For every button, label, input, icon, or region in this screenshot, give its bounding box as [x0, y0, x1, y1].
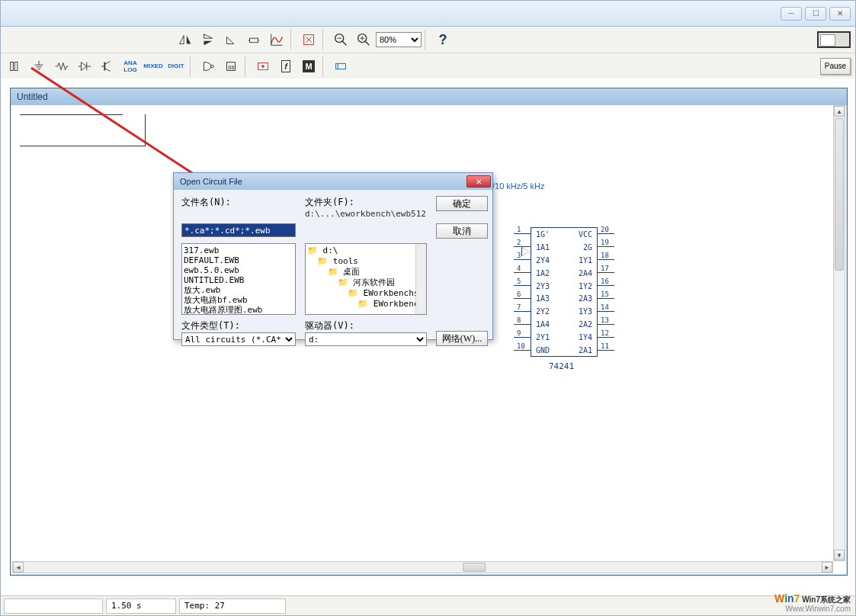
folder-tree[interactable]: 📁 d:\ 📁 tools 📁 桌面 📁 河东软件园 📁 EWorkbenchs… — [305, 243, 427, 315]
analog-ic-icon[interactable]: ANALOG — [120, 56, 141, 77]
list-item[interactable]: 317.ewb — [184, 245, 293, 255]
component-toolbar: ANALOG MIXED DIGIT 88 f M Pause — [1, 53, 855, 79]
chip-name: 74241 — [549, 361, 574, 371]
svg-line-24 — [104, 61, 110, 64]
transistor-icon[interactable] — [97, 56, 118, 77]
list-item[interactable]: UNTITLED.EWB — [184, 275, 293, 285]
flip-h-icon[interactable] — [175, 29, 196, 50]
svg-line-10 — [365, 41, 370, 46]
pause-button[interactable]: Pause — [820, 58, 851, 75]
tree-scrollbar[interactable] — [415, 244, 426, 314]
component-icon[interactable] — [243, 29, 264, 50]
list-item[interactable]: ewb.5.0.ewb — [184, 265, 293, 275]
chip-row: 1G'VCC — [531, 228, 597, 241]
chip-row: GND2A1 — [531, 344, 597, 357]
power-switch[interactable] — [817, 31, 851, 48]
help-button[interactable]: ? — [432, 32, 454, 48]
chip-row: 2Y21Y3 — [531, 305, 597, 318]
tree-item[interactable]: 📁 桌面 — [307, 267, 425, 278]
svg-rect-13 — [11, 62, 14, 70]
list-item[interactable]: 放大电路原理图.ewb — [184, 305, 293, 315]
misc-icon[interactable] — [330, 56, 351, 77]
network-button[interactable]: 网络(W)... — [436, 331, 488, 346]
title-bar: ─ ☐ ✕ — [1, 1, 855, 27]
watermark: Win7 Win7系统之家 Www.Winwin7.com — [774, 594, 851, 614]
scroll-left-icon[interactable]: ◄ — [13, 562, 24, 573]
svg-line-7 — [342, 41, 347, 46]
file-list[interactable]: 317.ewbDEFAULT.EWBewb.5.0.ewbUNTITLED.EW… — [181, 243, 296, 315]
sources-icon[interactable] — [5, 56, 27, 77]
document-title-bar: Untitled — [11, 88, 847, 105]
svg-line-25 — [104, 68, 110, 71]
filename-label: 文件名(N): — [181, 196, 296, 219]
close-button[interactable]: ✕ — [829, 7, 851, 21]
instrument-icon[interactable] — [252, 56, 274, 77]
vertical-scrollbar[interactable]: ▲ ▼ — [833, 105, 845, 561]
svg-rect-0 — [250, 38, 258, 43]
cancel-button[interactable]: 取消 — [436, 223, 488, 239]
status-blank — [4, 598, 103, 614]
zoom-out-icon[interactable] — [330, 29, 351, 50]
digital-ic-icon[interactable]: DIGIT — [165, 56, 187, 77]
drive-select[interactable]: d: — [305, 332, 427, 346]
canvas-fragment — [20, 114, 146, 146]
ok-button[interactable]: 确定 — [436, 196, 488, 211]
resistor-icon[interactable] — [51, 56, 72, 77]
list-item[interactable]: 放大.ewb — [184, 285, 293, 295]
drive-label: 驱动器(V): — [305, 319, 427, 332]
signal-label: /10 kHz/5 kHz — [492, 181, 544, 191]
scroll-right-icon[interactable]: ► — [822, 562, 832, 573]
list-item[interactable]: 放大电路bf.ewb — [184, 295, 293, 305]
minimize-button[interactable]: ─ — [781, 7, 802, 21]
function-icon[interactable]: f — [275, 56, 297, 77]
filetype-label: 文件类型(T): — [181, 319, 296, 332]
zoom-select[interactable]: 80% — [376, 32, 422, 47]
list-item[interactable]: DEFAULT.EWB — [184, 255, 293, 265]
main-toolbar: 80% ? — [1, 27, 855, 53]
mixed-ic-icon[interactable]: MIXED — [143, 56, 164, 77]
svg-point-30 — [261, 65, 264, 68]
status-temp: Temp: 27 — [179, 598, 286, 614]
folder-label: 文件夹(F): — [305, 196, 427, 209]
open-file-dialog: Open Circuit File ✕ 文件名(N): 文件夹(F): d:\.… — [173, 172, 493, 340]
flip-v-icon[interactable] — [197, 29, 219, 50]
scroll-down-icon[interactable]: ▼ — [834, 550, 845, 560]
dialog-title: Open Circuit File — [180, 177, 242, 186]
dialog-title-bar[interactable]: Open Circuit File ✕ — [174, 173, 492, 190]
tree-item[interactable]: 📁 tools — [307, 256, 425, 267]
zoom-in-icon[interactable] — [353, 29, 374, 50]
matrix-icon[interactable]: M — [298, 56, 319, 77]
chip-row: 2Y41Y1 — [531, 254, 597, 267]
gate-icon[interactable] — [197, 56, 219, 77]
folder-path: d:\...\eworkbench\ewb512 — [305, 209, 427, 219]
svg-rect-31 — [336, 63, 346, 69]
properties-icon[interactable] — [298, 29, 319, 50]
filename-input[interactable] — [181, 223, 296, 237]
indicator-icon[interactable]: 88 — [220, 56, 242, 77]
svg-point-26 — [211, 65, 214, 68]
tree-item[interactable]: 📁 d:\ — [307, 245, 425, 256]
svg-rect-14 — [14, 62, 18, 70]
horizontal-scrollbar[interactable]: ◄ ► — [12, 561, 833, 573]
maximize-button[interactable]: ☐ — [805, 7, 826, 21]
chip-row: 1A32A3 — [531, 292, 597, 305]
chip-row: 1A12G — [531, 241, 597, 254]
tree-item[interactable]: 📁 EWorkbench — [307, 299, 425, 310]
chip-row: 1A42A2 — [531, 318, 597, 331]
ground-icon[interactable] — [28, 56, 50, 77]
tree-item[interactable]: 📁 河东软件园 — [307, 278, 425, 288]
document-title: Untitled — [17, 91, 48, 102]
svg-text:88: 88 — [228, 63, 234, 70]
chip-row: 2Y11Y4 — [531, 331, 597, 344]
chip-row: 1A22A4 — [531, 267, 597, 280]
application-window: ─ ☐ ✕ 80% ? ANALOG MIXED DIGIT — [0, 0, 856, 616]
status-bar: 1.50 s Temp: 27 — [1, 595, 855, 615]
graph-icon[interactable] — [266, 29, 287, 50]
rotate-icon[interactable] — [220, 29, 242, 50]
scroll-up-icon[interactable]: ▲ — [834, 106, 845, 117]
tree-item[interactable]: 📁 EWorkbenchsdqh — [307, 288, 425, 299]
chip-row: 2Y31Y2 — [531, 280, 597, 293]
filetype-select[interactable]: All circuits (*.CA* — [181, 332, 296, 346]
diode-icon[interactable] — [74, 56, 95, 77]
dialog-close-button[interactable]: ✕ — [466, 175, 491, 188]
